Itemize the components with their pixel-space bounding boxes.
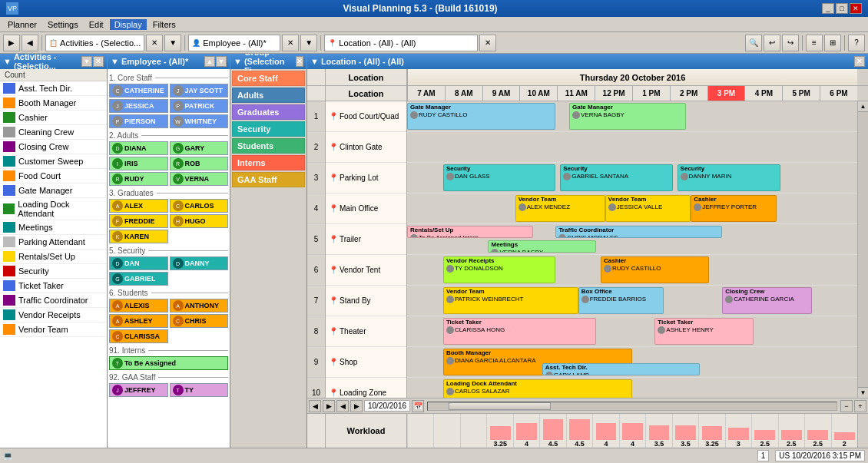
menu-display[interactable]: Display	[110, 19, 147, 30]
scroll-left-btn[interactable]: ◀	[309, 400, 321, 412]
emp-carlos[interactable]: C CARLOS	[170, 199, 229, 213]
activity-vendor-receipts[interactable]: Vendor Receipts	[0, 308, 107, 322]
emp-patrick[interactable]: P PATRICK	[170, 99, 229, 113]
scroll-right-btn[interactable]: ▶	[323, 400, 335, 412]
right-scrollbar[interactable]: ▲ ▼	[857, 101, 868, 398]
schedule-event-block[interactable]: MeetingsVERNA BAGBY	[488, 240, 596, 253]
minimize-btn[interactable]: _	[822, 3, 834, 14]
group-close-btn[interactable]: ✕	[296, 56, 303, 67]
employee-filter[interactable]: ▼	[300, 35, 317, 51]
emp-danny[interactable]: D DANNY	[170, 256, 229, 270]
activity-security[interactable]: Security	[0, 264, 107, 279]
toolbar-view2[interactable]: ⊞	[824, 35, 841, 51]
group-gaa-staff[interactable]: GAA Staff	[232, 172, 305, 187]
schedule-event-block[interactable]: Vendor TeamPATRICK WEINBRECHT	[443, 287, 578, 314]
activity-cashier[interactable]: Cashier	[0, 111, 107, 125]
group-interns[interactable]: Interns	[232, 155, 305, 170]
restore-btn[interactable]: □	[836, 3, 848, 14]
activity-closing-crew[interactable]: Closing Crew	[0, 140, 107, 154]
emp-rob[interactable]: R ROB	[170, 157, 229, 170]
schedule-event-block[interactable]: Rentals/Set UpTo Be Assigned Intern	[407, 226, 533, 238]
emp-jessica[interactable]: J JESSICA	[109, 99, 168, 113]
emp-dan[interactable]: D DAN	[109, 256, 168, 270]
group-students[interactable]: Students	[232, 138, 305, 154]
scroll-down-arrow[interactable]: ▼	[858, 387, 868, 398]
scroll-up-arrow[interactable]: ▲	[858, 101, 868, 112]
employee-scroll-up[interactable]: ▲	[204, 56, 215, 67]
emp-freddie[interactable]: F FREDDIE	[109, 214, 168, 228]
activity-asst-tech-dir[interactable]: Asst. Tech Dir.	[0, 81, 107, 96]
schedule-event-block[interactable]: Closing CrewCATHERINE GARCIA	[722, 287, 812, 314]
emp-jeffrey[interactable]: J JEFFREY	[109, 383, 168, 397]
scroll-right2-btn[interactable]: ▶	[350, 400, 363, 412]
menu-filters[interactable]: Filters	[148, 19, 181, 30]
group-core-staff[interactable]: Core Staff	[232, 71, 305, 86]
emp-verna[interactable]: V VERNA	[170, 172, 229, 186]
emp-gary[interactable]: G GARY	[170, 141, 229, 155]
emp-alex[interactable]: A ALEX	[109, 199, 168, 213]
schedule-event-block[interactable]: CashierRUDY CASTILLO	[601, 256, 709, 283]
activity-customer-sweep[interactable]: Customer Sweep	[0, 154, 107, 169]
zoom-minus-btn[interactable]: −	[840, 400, 853, 412]
location-close[interactable]: ✕	[479, 35, 496, 51]
toolbar-redo[interactable]: ↪	[782, 35, 799, 51]
employee-scroll-down[interactable]: ▼	[216, 56, 227, 67]
emp-rudy[interactable]: R RUDY	[109, 172, 168, 186]
emp-ashley[interactable]: A ASHLEY	[109, 314, 168, 328]
emp-gabriel[interactable]: G GABRIEL	[109, 272, 168, 286]
employee-close[interactable]: ✕	[282, 35, 299, 51]
toolbar-btn-2[interactable]: ◀	[22, 35, 38, 51]
emp-pierson[interactable]: P PIERSON	[109, 114, 168, 128]
date-input-box[interactable]: 10/20/2016	[364, 400, 410, 412]
menu-planner[interactable]: Planner	[3, 19, 41, 30]
emp-hugo[interactable]: H HUGO	[170, 214, 229, 228]
schedule-event-block[interactable]: Traffic CoordinatorCHRIS MORALES	[555, 226, 722, 238]
emp-ty[interactable]: T TY	[170, 383, 229, 397]
emp-iris[interactable]: I IRIS	[109, 157, 168, 170]
location-dropdown[interactable]: 📍 Location - (All) - (All)	[324, 35, 478, 51]
emp-karen[interactable]: K KAREN	[109, 230, 168, 243]
toolbar-help[interactable]: ?	[848, 35, 865, 51]
schedule-event-block[interactable]: Vendor TeamALEX MENDEZ	[515, 195, 605, 222]
calendar-btn[interactable]: 📅	[412, 400, 424, 412]
activities-filter[interactable]: ▼	[164, 35, 181, 51]
zoom-plus-btn[interactable]: +	[854, 400, 866, 412]
activities-dropdown[interactable]: 📋 Activities - (Selectio...	[45, 35, 144, 51]
activities-filter-btn[interactable]: ▼	[81, 56, 92, 67]
schedule-event-block[interactable]: SecurityGABRIEL SANTANA	[560, 164, 673, 191]
schedule-event-block[interactable]: Vendor ReceiptsTY DONALDSON	[443, 256, 556, 283]
activities-close-btn[interactable]: ✕	[93, 56, 104, 67]
toolbar-undo[interactable]: ↩	[764, 35, 780, 51]
menu-settings[interactable]: Settings	[43, 19, 83, 30]
activities-close[interactable]: ✕	[146, 35, 163, 51]
schedule-event-block[interactable]: SecurityDANNY MARIN	[678, 164, 781, 191]
group-adults[interactable]: Adults	[232, 88, 305, 103]
emp-chris[interactable]: C CHRIS	[170, 314, 229, 328]
scroll-left2-btn[interactable]: ◀	[336, 400, 349, 412]
schedule-close-btn[interactable]: ✕	[854, 56, 865, 67]
emp-catherine[interactable]: C CATHERINE	[109, 84, 168, 98]
group-graduates[interactable]: Graduates	[232, 104, 305, 120]
schedule-event-block[interactable]: Loading Dock AttendantCARLOS SALAZAR	[443, 379, 632, 398]
toolbar-view1[interactable]: ≡	[806, 35, 823, 51]
activity-rentals[interactable]: Rentals/Set Up	[0, 250, 107, 264]
activity-vendor-team[interactable]: Vendor Team	[0, 322, 107, 337]
schedule-event-block[interactable]: Gate ManagerVERNA BAGBY	[569, 103, 686, 130]
close-btn[interactable]: ✕	[850, 3, 862, 14]
schedule-event-block[interactable]: CashierJEFFREY PORTER	[691, 195, 776, 222]
emp-to-be-assigned[interactable]: T To Be Assigned	[109, 356, 228, 370]
schedule-event-block[interactable]: Box OfficeFREDDIE BARRIOS	[578, 287, 664, 314]
activity-gate-manager[interactable]: Gate Manager	[0, 184, 107, 198]
emp-jay-scott[interactable]: J JAY SCOTT	[170, 84, 229, 98]
schedule-event-block[interactable]: Ticket TakerASHLEY HENRY	[654, 318, 754, 345]
activity-food-court[interactable]: Food Court	[0, 169, 107, 184]
activity-meetings[interactable]: Meetings	[0, 220, 107, 235]
toolbar-search[interactable]: 🔍	[745, 35, 762, 51]
emp-diana[interactable]: D DIANA	[109, 141, 168, 155]
employee-dropdown[interactable]: 👤 Employee - (All)*	[188, 35, 280, 51]
activity-ticket-taker[interactable]: Ticket Taker	[0, 279, 107, 293]
schedule-event-block[interactable]: Vendor TeamJESSICA VALLE	[605, 195, 691, 222]
emp-alexis[interactable]: A ALEXIS	[109, 299, 168, 313]
emp-clarissa[interactable]: C CLARISSA	[109, 329, 168, 343]
schedule-event-block[interactable]: SecurityDAN GLASS	[443, 164, 556, 191]
